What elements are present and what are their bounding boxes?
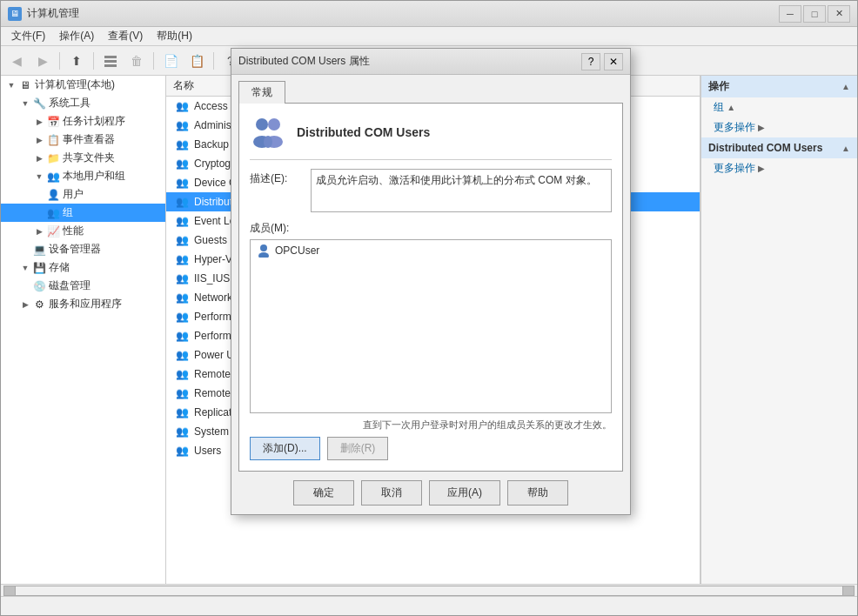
action-more-arrow: ▶	[758, 123, 765, 132]
menu-action[interactable]: 操作(A)	[52, 27, 101, 45]
tree-label-users: 用户	[63, 187, 84, 202]
tree-label-system-tools: 系统工具	[49, 96, 90, 110]
forward-button[interactable]: ▶	[30, 50, 55, 72]
group-icon: 👥	[173, 405, 191, 419]
tree-item-shared[interactable]: ▶ 📁 共享文件夹	[1, 149, 165, 167]
tab-general[interactable]: 常规	[238, 81, 285, 104]
group-icon: 👥	[173, 214, 191, 228]
app-icon: 🖥	[8, 7, 22, 21]
disk-icon: 💿	[32, 279, 46, 293]
group-icon: 👥	[173, 291, 191, 305]
tree-item-system-tools[interactable]: ▼ 🔧 系统工具	[1, 94, 165, 112]
menu-file[interactable]: 文件(F)	[4, 27, 52, 45]
title-bar: 🖥 计算机管理 ─ □ ✕	[1, 1, 857, 27]
tree-label-computer: 计算机管理(本地)	[35, 77, 115, 92]
tree-label-local-users: 本地用户和组	[63, 169, 125, 184]
group-header: Distributed COM Users	[250, 114, 612, 160]
group-icon: 👥	[173, 118, 191, 132]
list-col-name: 名称	[173, 78, 194, 93]
tree-item-device-mgr[interactable]: 💻 设备管理器	[1, 240, 165, 258]
menu-help[interactable]: 帮助(H)	[150, 27, 199, 45]
group-icon: 👥	[173, 176, 191, 190]
expand-services: ▶	[18, 298, 32, 311]
dialog-title-bar: Distributed COM Users 属性 ? ✕	[231, 49, 630, 75]
svg-point-8	[264, 136, 272, 148]
close-button[interactable]: ✕	[828, 5, 850, 23]
show-hide-button[interactable]	[98, 50, 123, 72]
group-display-name: Distributed COM Users	[297, 125, 430, 139]
expand-shared: ▶	[32, 151, 46, 165]
delete-button[interactable]: 🗑	[124, 50, 149, 72]
cancel-button[interactable]: 取消	[361, 480, 422, 506]
tree-label-services: 服务和应用程序	[49, 297, 122, 311]
properties-button[interactable]: 📄	[158, 50, 183, 72]
group-icon: 👥	[173, 195, 191, 209]
dist-com-label: Distributed COM Users	[708, 142, 822, 154]
back-button[interactable]: ◀	[4, 50, 29, 72]
event-icon: 📋	[46, 133, 60, 147]
toolbar-sep-1	[59, 52, 60, 70]
group-icon: 👥	[173, 386, 191, 400]
member-opcuser[interactable]: OPCUser	[252, 242, 609, 259]
tree-label-shared: 共享文件夹	[63, 151, 115, 165]
action-more-2[interactable]: 更多操作 ▶	[701, 158, 857, 178]
tree-item-local-users[interactable]: ▼ 👥 本地用户和组	[1, 167, 165, 185]
tree-item-services[interactable]: ▶ ⚙ 服务和应用程序	[1, 295, 165, 313]
members-buttons: 添加(D)... 删除(R)	[250, 437, 612, 460]
horizontal-scrollbar[interactable]	[1, 584, 857, 596]
tree-label-perf: 性能	[63, 224, 84, 238]
tree-item-performance[interactable]: ▶ 📈 性能	[1, 222, 165, 240]
toolbar-sep-4	[213, 52, 214, 70]
ok-button[interactable]: 确定	[293, 480, 354, 506]
svg-rect-1	[104, 60, 117, 63]
task-icon: 📅	[46, 115, 60, 129]
svg-rect-2	[104, 64, 117, 67]
apply-button[interactable]: 应用(A)	[429, 480, 500, 506]
remove-member-button[interactable]: 删除(R)	[327, 437, 389, 460]
window-controls: ─ □ ✕	[779, 5, 850, 23]
description-value[interactable]: 成员允许启动、激活和使用此计算机上的分布式 COM 对象。	[311, 169, 612, 212]
add-member-button[interactable]: 添加(D)...	[250, 437, 320, 460]
svg-rect-0	[104, 56, 117, 58]
tree-item-event-viewer[interactable]: ▶ 📋 事件查看器	[1, 131, 165, 149]
tree-label-device: 设备管理器	[49, 242, 101, 257]
hscroll-left-btn[interactable]	[3, 586, 16, 596]
dist-arrow: ▲	[841, 144, 850, 153]
tree-label-disk: 磁盘管理	[49, 278, 90, 293]
group-icon: 👥	[173, 233, 191, 247]
tree-item-groups[interactable]: 👥 组	[1, 204, 165, 222]
maximize-button[interactable]: □	[803, 5, 826, 23]
group-icon: 👥	[173, 137, 191, 151]
tree-item-computer[interactable]: ▼ 🖥 计算机管理(本地)	[1, 76, 165, 94]
description-row: 描述(E): 成员允许启动、激活和使用此计算机上的分布式 COM 对象。	[250, 169, 612, 212]
group-icon: 👥	[173, 425, 191, 439]
dialog-help-button[interactable]: ?	[581, 53, 600, 70]
computer-icon: 🖥	[18, 78, 32, 92]
action-group[interactable]: 组 ▲	[701, 97, 857, 117]
left-tree-panel: ▼ 🖥 计算机管理(本地) ▼ 🔧 系统工具 ▶ 📅 任务计划程序 ▶	[1, 76, 166, 584]
dialog-close-button[interactable]: ✕	[604, 53, 623, 70]
dist-com-title: Distributed COM Users ▲	[701, 137, 857, 158]
list-label-guests: Guests	[194, 234, 227, 246]
minimize-button[interactable]: ─	[779, 5, 801, 23]
action-group-label: 组	[714, 100, 724, 115]
tree-item-disk-mgmt[interactable]: 💿 磁盘管理	[1, 277, 165, 295]
hscroll-right-btn[interactable]	[842, 586, 855, 596]
tree-item-users[interactable]: 👤 用户	[1, 185, 165, 204]
member-name: OPCUser	[275, 244, 319, 257]
help-footer-button[interactable]: 帮助	[507, 480, 568, 506]
tree-label-task: 任务计划程序	[63, 114, 125, 129]
group-icon: 👥	[173, 444, 191, 458]
up-button[interactable]: ⬆	[64, 50, 89, 72]
members-list[interactable]: OPCUser	[250, 239, 612, 413]
action-more-2-label: 更多操作	[714, 161, 755, 176]
actions-label: 操作	[708, 79, 729, 94]
toolbar-sep-3	[153, 52, 154, 70]
expand-task: ▶	[32, 115, 46, 129]
new-window-button[interactable]: 📋	[184, 50, 209, 72]
tree-item-storage[interactable]: ▼ 💾 存储	[1, 258, 165, 277]
action-more-1[interactable]: 更多操作 ▶	[701, 117, 857, 137]
menu-view[interactable]: 查看(V)	[101, 27, 150, 45]
group-icon: 👥	[173, 348, 191, 362]
tree-item-task-scheduler[interactable]: ▶ 📅 任务计划程序	[1, 112, 165, 131]
